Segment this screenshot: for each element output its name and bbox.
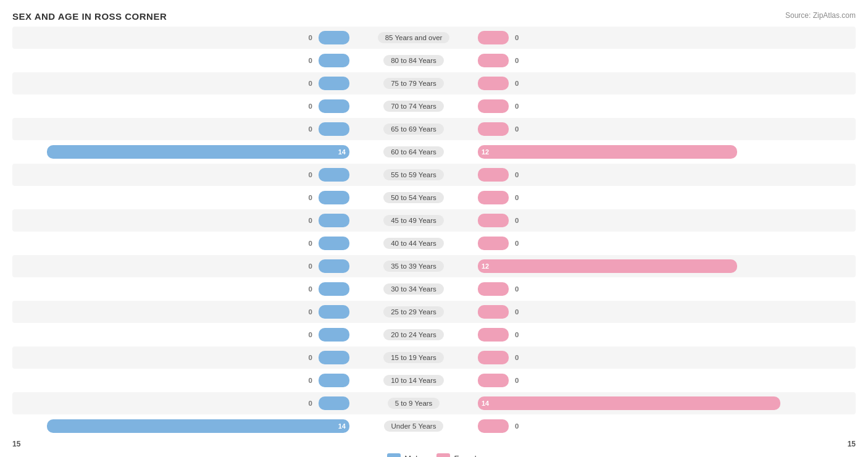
male-zero: 0 xyxy=(305,217,316,224)
female-section: 0 xyxy=(475,164,815,186)
male-section: 0 xyxy=(12,187,352,209)
age-label: 45 to 49 Years xyxy=(383,215,444,226)
male-zero: 0 xyxy=(305,103,316,110)
male-section: 0 xyxy=(12,118,352,140)
male-zero: 0 xyxy=(305,80,316,87)
male-zero: 0 xyxy=(305,34,316,41)
chart-row: 045 to 49 Years0 xyxy=(12,209,856,232)
female-bar xyxy=(478,328,509,342)
male-zero: 0 xyxy=(305,240,316,247)
female-zero-group: 0 xyxy=(478,282,522,296)
male-zero-group: 0 xyxy=(305,99,349,113)
age-label: 30 to 34 Years xyxy=(383,283,444,295)
age-label: 15 to 19 Years xyxy=(383,352,444,363)
female-zero-group: 0 xyxy=(478,31,522,44)
age-label: 55 to 59 Years xyxy=(383,169,444,180)
age-label: 75 to 79 Years xyxy=(383,78,444,89)
female-section: 0 xyxy=(475,301,815,323)
age-label-section: 70 to 74 Years xyxy=(352,95,475,117)
male-zero-group: 0 xyxy=(305,31,349,44)
age-label: 65 to 69 Years xyxy=(383,124,444,135)
male-section: 0 xyxy=(12,255,352,277)
female-section: 14 xyxy=(475,392,815,414)
male-section: 0 xyxy=(12,369,352,392)
female-section: 0 xyxy=(475,27,815,49)
male-section: 0 xyxy=(12,324,352,346)
male-zero: 0 xyxy=(305,377,316,384)
male-zero-group: 0 xyxy=(305,122,349,136)
female-zero: 0 xyxy=(511,217,522,224)
female-zero: 0 xyxy=(511,125,522,133)
male-section: 0 xyxy=(12,209,352,232)
male-bar xyxy=(319,305,349,319)
age-label-section: 5 to 9 Years xyxy=(352,392,475,414)
female-zero: 0 xyxy=(511,171,522,178)
female-bar xyxy=(478,99,509,113)
male-zero-group: 0 xyxy=(305,237,349,250)
age-label-section: 35 to 39 Years xyxy=(352,255,475,277)
male-bar xyxy=(319,259,349,273)
female-zero-group: 0 xyxy=(478,191,522,204)
age-label-section: 50 to 54 Years xyxy=(352,187,475,209)
female-bar xyxy=(478,282,509,296)
chart-row: 070 to 74 Years0 xyxy=(12,95,856,117)
male-section: 0 xyxy=(12,95,352,117)
chart-row: 065 to 69 Years0 xyxy=(12,118,856,140)
male-section: 0 xyxy=(12,278,352,300)
age-label-section: 15 to 19 Years xyxy=(352,346,475,369)
male-bar xyxy=(319,396,349,410)
male-zero: 0 xyxy=(305,354,316,361)
male-value: 14 xyxy=(338,148,346,156)
female-bar xyxy=(478,122,509,136)
chart-row: 085 Years and over0 xyxy=(12,27,856,49)
female-bar xyxy=(478,419,509,433)
chart-row: 020 to 24 Years0 xyxy=(12,324,856,346)
male-zero-group: 0 xyxy=(305,305,349,319)
female-bar xyxy=(478,305,509,319)
axis-labels: 15 15 xyxy=(12,440,856,448)
male-zero-group: 0 xyxy=(305,214,349,227)
male-value: 14 xyxy=(338,422,346,430)
male-bar: 14 xyxy=(47,419,349,433)
male-zero-group: 0 xyxy=(305,328,349,342)
female-section: 0 xyxy=(475,72,815,94)
age-label-section: 30 to 34 Years xyxy=(352,278,475,300)
age-label: 10 to 14 Years xyxy=(383,375,444,386)
female-zero-group: 0 xyxy=(478,168,522,182)
age-label: 25 to 29 Years xyxy=(383,306,444,317)
chart-row: 035 to 39 Years12 xyxy=(12,255,856,277)
chart-row: 025 to 29 Years0 xyxy=(12,301,856,323)
female-bar: 14 xyxy=(478,396,780,410)
female-zero-group: 0 xyxy=(478,419,522,433)
male-zero: 0 xyxy=(305,308,316,316)
female-zero: 0 xyxy=(511,34,522,41)
legend-female-box xyxy=(436,453,450,457)
chart-row: 1460 to 64 Years12 xyxy=(12,141,856,163)
female-section: 12 xyxy=(475,255,815,277)
chart-row: 040 to 44 Years0 xyxy=(12,232,856,254)
chart-container: SEX AND AGE IN ROSS CORNER Source: ZipAt… xyxy=(0,0,868,457)
female-zero-group: 0 xyxy=(478,374,522,387)
female-zero-group: 0 xyxy=(478,77,522,90)
male-section: 0 xyxy=(12,72,352,94)
female-section: 0 xyxy=(475,118,815,140)
female-bar: 12 xyxy=(478,145,737,159)
male-bar xyxy=(319,122,349,136)
female-section: 0 xyxy=(475,187,815,209)
male-bar xyxy=(319,237,349,250)
male-zero-group: 0 xyxy=(305,351,349,364)
male-zero: 0 xyxy=(305,285,316,293)
female-bar xyxy=(478,168,509,182)
age-label: 70 to 74 Years xyxy=(383,101,444,112)
female-zero: 0 xyxy=(511,285,522,293)
female-zero-group: 0 xyxy=(478,214,522,227)
female-bar: 12 xyxy=(478,259,737,273)
female-section: 0 xyxy=(475,49,815,72)
male-zero: 0 xyxy=(305,194,316,201)
male-bar xyxy=(319,282,349,296)
male-zero: 0 xyxy=(305,262,316,270)
male-section: 0 xyxy=(12,27,352,49)
male-bar xyxy=(319,374,349,387)
male-section: 0 xyxy=(12,392,352,414)
age-label-section: 55 to 59 Years xyxy=(352,164,475,186)
